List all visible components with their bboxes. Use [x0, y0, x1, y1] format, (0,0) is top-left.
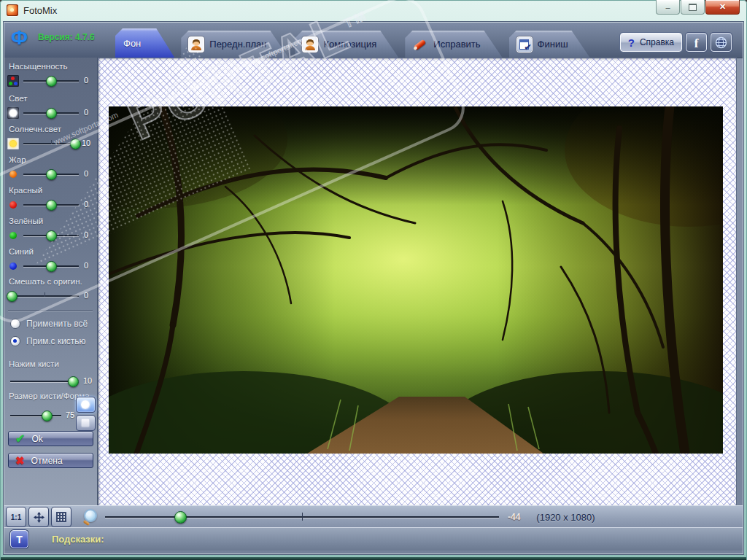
slider-value: 10	[79, 139, 93, 147]
slider-track[interactable]	[23, 174, 79, 175]
slider-track[interactable]	[23, 204, 79, 206]
brush-shape-circle-button[interactable]	[76, 397, 96, 413]
slider-value: 0	[79, 261, 93, 270]
save-check-icon	[517, 37, 532, 52]
slider-thumb[interactable]	[46, 261, 57, 272]
image-dimensions: (1920 x 1080)	[536, 512, 595, 523]
facebook-button[interactable]: f	[686, 33, 707, 52]
brush-size-track[interactable]	[10, 415, 61, 416]
dot-blue-icon	[7, 260, 19, 272]
slider-track[interactable]	[23, 143, 79, 144]
grid-button[interactable]	[51, 507, 71, 527]
slider-row: Смешать с оригин.0	[4, 277, 97, 306]
slider-track[interactable]	[23, 235, 79, 236]
cancel-button[interactable]: ✖ Отмена	[8, 453, 93, 468]
pressure-thumb[interactable]	[68, 376, 79, 387]
pen-icon	[413, 37, 427, 52]
zoom-value: -44	[508, 512, 520, 522]
slider-row: Солнечн.свет10	[4, 125, 97, 154]
circle-icon	[81, 400, 90, 409]
slider-value: 0	[79, 108, 93, 117]
tab-label: Финиш	[538, 39, 568, 50]
app-window: FotoMix – ✕ Ф Версия: 4.7.6 Фон Передн.п…	[0, 0, 747, 560]
editing-canvas[interactable]	[98, 58, 737, 506]
brush-shape-square-button[interactable]	[76, 415, 96, 431]
adjustments-sidebar: Насыщенность0Свет0Солнечн.свет10Жар0Крас…	[4, 58, 98, 528]
slider-thumb[interactable]	[46, 230, 57, 241]
slider-label: Свет	[9, 94, 28, 103]
slider-thumb[interactable]	[46, 169, 57, 180]
slider-thumb[interactable]	[46, 76, 57, 87]
photo-forest-path[interactable]	[109, 106, 723, 454]
tab-label: Исправить	[433, 39, 480, 50]
actual-size-button[interactable]: 1:1	[6, 507, 26, 527]
slider-label: Синий	[9, 247, 34, 256]
slider-value: 0	[79, 169, 93, 178]
tab-strip: Фон Передн.план Композиция Исправить Фин…	[115, 28, 597, 58]
help-button[interactable]: ? Справка	[620, 33, 682, 52]
radio-apply-brush[interactable]: Прим.с кистью	[10, 336, 86, 346]
app-frame: Ф Версия: 4.7.6 Фон Передн.план Композиц…	[3, 21, 744, 555]
brush-pressure-track[interactable]	[10, 381, 77, 382]
minimize-button[interactable]: –	[656, 0, 680, 15]
zoom-center-tick	[302, 513, 303, 521]
slider-track[interactable]	[23, 112, 79, 114]
rgb-icon	[7, 75, 19, 87]
slider-label: Смешать с оригин.	[9, 277, 82, 286]
size-thumb[interactable]	[42, 411, 53, 421]
window-title: FotoMix	[23, 5, 57, 16]
globe-icon	[715, 36, 727, 49]
slider-row: Жар0	[4, 155, 97, 184]
text-tool-button[interactable]: T	[10, 530, 28, 548]
tab-finish[interactable]: Финиш	[509, 31, 590, 58]
slider-track[interactable]	[9, 295, 79, 297]
check-icon: ✔	[15, 432, 25, 446]
brush-size-value: 75	[63, 411, 77, 419]
zoom-slider[interactable]	[105, 516, 499, 518]
radio-icon	[10, 319, 20, 329]
zoom-toolbar: 1:1 -44 (1	[4, 505, 743, 528]
divider	[8, 310, 93, 311]
tab-label: Композиция	[323, 39, 376, 50]
close-button[interactable]: ✕	[705, 0, 740, 15]
facebook-icon: f	[694, 36, 699, 51]
dot-green-icon	[7, 230, 19, 241]
slider-value: 0	[79, 76, 93, 85]
maximize-icon	[689, 4, 697, 11]
slider-track[interactable]	[23, 265, 79, 267]
slider-track[interactable]	[23, 80, 79, 82]
statusbar: T Подсказки:	[4, 527, 743, 551]
square-icon	[82, 419, 89, 427]
slider-center-tick	[51, 140, 52, 144]
grid-icon	[56, 512, 66, 522]
slider-thumb[interactable]	[46, 108, 57, 119]
website-button[interactable]	[711, 33, 732, 52]
slider-thumb[interactable]	[46, 200, 57, 211]
tabbar: Ф Версия: 4.7.6 Фон Передн.план Композиц…	[4, 23, 743, 58]
zoom-thumb[interactable]	[174, 511, 187, 524]
sun-white-icon	[7, 107, 19, 119]
help-label: Справка	[640, 37, 674, 47]
maximize-button[interactable]	[681, 0, 705, 15]
dot-red-icon	[7, 199, 19, 211]
slider-value: 0	[79, 230, 93, 239]
slider-label: Солнечн.свет	[9, 125, 61, 133]
magnifier-icon	[82, 508, 98, 526]
person-icon	[189, 37, 204, 52]
slider-label: Насыщенность	[9, 62, 68, 71]
slider-row: Свет0	[4, 94, 97, 123]
tab-retouch[interactable]: Исправить	[405, 31, 502, 58]
question-icon: ?	[628, 36, 635, 49]
ok-button[interactable]: ✔ Ok	[8, 431, 93, 446]
fotomix-app-icon	[7, 4, 18, 16]
slider-thumb[interactable]	[7, 291, 18, 302]
fit-to-window-button[interactable]	[28, 507, 49, 527]
tab-background[interactable]: Фон	[115, 28, 174, 58]
tab-label: Передн.план	[209, 39, 266, 50]
slider-row: Насыщенность0	[4, 62, 97, 91]
radio-apply-all[interactable]: Применить всё	[10, 319, 88, 329]
brush-shape-options	[76, 397, 96, 431]
tab-foreground[interactable]: Передн.план	[181, 31, 288, 58]
window-controls: – ✕	[655, 0, 740, 15]
tab-composition[interactable]: Композиция	[295, 31, 398, 58]
